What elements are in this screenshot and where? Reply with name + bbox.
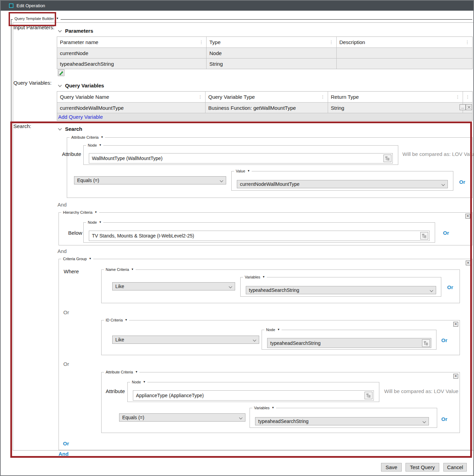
tree-icon (424, 341, 428, 346)
value-legend[interactable]: Value ▼ (234, 169, 252, 173)
collapse-icon[interactable] (58, 83, 62, 87)
query-variables-label: Query Variables: (13, 80, 52, 86)
cancel-button[interactable]: Cancel (443, 463, 467, 472)
column-menu-icon[interactable]: ⋮ (199, 40, 203, 44)
remove-criteria-icon[interactable]: ✕ (465, 214, 470, 219)
attribute-node-input[interactable]: WallMountType (WallMountType) (89, 153, 393, 163)
chevron-down-icon: ▼ (143, 381, 146, 383)
attribute-criteria-legend[interactable]: Attribute Criteria ▼ (104, 370, 139, 374)
query-variables-footer-row: Add Query Variable (57, 113, 472, 120)
where-label: Where (64, 268, 79, 274)
or-connector: Or (63, 309, 69, 315)
chevron-down-icon: ▼ (277, 328, 280, 331)
parameters-header-text: Parameters (65, 28, 93, 34)
hierarchy-picker-button[interactable] (422, 339, 430, 347)
or-toggle[interactable]: Or (441, 337, 447, 343)
compare-note: Will be compared as: LOV Value (384, 388, 459, 394)
id-node-input[interactable]: typeaheadSearchString (267, 338, 431, 348)
column-menu-icon[interactable]: ⋮ (329, 40, 334, 44)
column-header[interactable]: Description⋮ (336, 37, 472, 47)
and-connector: And (57, 202, 67, 208)
parameters-section-header[interactable]: Parameters (59, 28, 93, 34)
query-variables-section-header[interactable]: Query Variables (59, 83, 104, 88)
or-toggle[interactable]: Or (459, 179, 465, 185)
search-label: Search: (13, 123, 31, 129)
operator-select[interactable]: Equals (=) (119, 413, 245, 422)
column-header[interactable]: Type⋮ (206, 37, 336, 47)
hierarchy-criteria-legend[interactable]: Hierarchy Criteria ▼ (61, 210, 99, 214)
column-menu-icon[interactable]: ⋮ (465, 40, 470, 44)
node-legend[interactable]: Node ▼ (264, 328, 282, 332)
edit-operation-dialog: Edit Operation Query Template Builder ▼ … (0, 0, 474, 476)
table-row[interactable]: typeaheadSearchString String (57, 58, 472, 69)
chevron-down-icon (253, 338, 256, 342)
column-header[interactable]: Query Variable Name⋮ (57, 92, 205, 102)
test-query-button[interactable]: Test Query (405, 463, 439, 472)
hierarchy-picker-button[interactable] (420, 232, 428, 240)
variable-select[interactable]: typeaheadSearchString (255, 417, 429, 425)
column-header[interactable]: Parameter name⋮ (57, 37, 206, 47)
attribute-node-input[interactable]: ApplianceType (ApplianceType) (133, 390, 374, 401)
column-header[interactable]: Return Type⋮ (328, 92, 463, 102)
save-button[interactable]: Save (381, 463, 402, 472)
operator-select[interactable]: Equals (=) (74, 176, 226, 184)
column-menu-icon[interactable]: ⋮ (465, 95, 470, 99)
operator-select[interactable]: Like (112, 282, 235, 290)
browse-variable-button[interactable]: ... (460, 104, 466, 110)
chevron-down-icon: ▼ (56, 17, 59, 20)
query-variables-header-row: Query Variable Name⋮ Query Variable Type… (57, 92, 472, 102)
collapse-icon[interactable] (58, 28, 62, 32)
column-header[interactable]: Query Variable Type⋮ (205, 92, 328, 102)
attribute-label: Attribute (106, 388, 125, 394)
attribute-criteria-legend[interactable]: Attribute Criteria ▼ (70, 135, 105, 139)
chevron-down-icon: ▼ (247, 170, 250, 172)
name-criteria-legend[interactable]: Name Criteria ▼ (104, 267, 136, 272)
chevron-down-icon: ▼ (99, 221, 102, 224)
id-criteria-legend[interactable]: ID Criteria ▼ (104, 318, 129, 322)
table-row[interactable]: currentNodeWallMountType Business Functi… (57, 102, 472, 113)
hierarchy-picker-button[interactable] (383, 155, 391, 162)
remove-criteria-icon[interactable]: ✕ (466, 261, 471, 265)
add-or-criteria-link[interactable]: Or (63, 441, 69, 446)
hierarchy-picker-button[interactable] (365, 392, 372, 399)
column-menu-icon[interactable]: ⋮ (320, 95, 325, 99)
chevron-down-icon (423, 420, 426, 423)
operator-select[interactable]: Like (112, 336, 259, 344)
or-toggle[interactable]: Or (443, 230, 449, 236)
collapse-icon[interactable] (58, 126, 62, 130)
chevron-down-icon: ▼ (101, 136, 103, 139)
chevron-down-icon: ▼ (262, 276, 265, 278)
value-select[interactable]: currentNodeWallMountType (237, 180, 448, 188)
or-toggle[interactable]: Or (447, 284, 453, 290)
table-row[interactable]: currentNode Node (57, 47, 472, 58)
hierarchy-node-input[interactable]: TV Stands, Mounts & Storage (I-WebLevel2… (89, 231, 430, 241)
remove-criteria-icon[interactable]: ✕ (453, 374, 458, 379)
column-menu-icon[interactable]: ⋮ (455, 95, 460, 99)
variables-legend[interactable]: Variables ▼ (243, 275, 267, 279)
below-label: Below (68, 230, 82, 236)
edit-parameters-icon[interactable] (58, 70, 64, 76)
variable-select[interactable]: typeaheadSearchString (246, 286, 436, 294)
chevron-down-icon: ▼ (135, 371, 138, 373)
query-template-builder-dropdown[interactable]: Query Template Builder ▼ (13, 17, 61, 21)
chevron-down-icon: ▼ (95, 211, 97, 214)
add-and-criteria-link[interactable]: And (59, 451, 69, 457)
criteria-group-legend[interactable]: Criteria Group ▼ (61, 257, 93, 261)
node-legend[interactable]: Node ▼ (86, 220, 103, 224)
variables-legend[interactable]: Variables ▼ (252, 406, 276, 410)
search-section-header[interactable]: Search (59, 126, 82, 132)
delete-x-icon (467, 105, 471, 109)
chevron-down-icon (442, 183, 445, 186)
column-menu-icon[interactable]: ⋮ (198, 95, 202, 99)
remove-criteria-icon[interactable]: ✕ (453, 322, 458, 327)
or-toggle[interactable]: Or (441, 416, 447, 422)
and-connector: And (57, 248, 67, 254)
query-variables-header-text: Query Variables (65, 83, 104, 88)
delete-variable-button[interactable] (466, 104, 472, 110)
search-header-text: Search (65, 126, 82, 132)
column-header-actions[interactable]: ⋮ (463, 92, 472, 102)
add-query-variable-link[interactable]: Add Query Variable (58, 114, 103, 120)
node-legend[interactable]: Node ▼ (86, 143, 103, 147)
node-legend[interactable]: Node ▼ (130, 380, 147, 384)
chevron-down-icon (220, 179, 223, 182)
